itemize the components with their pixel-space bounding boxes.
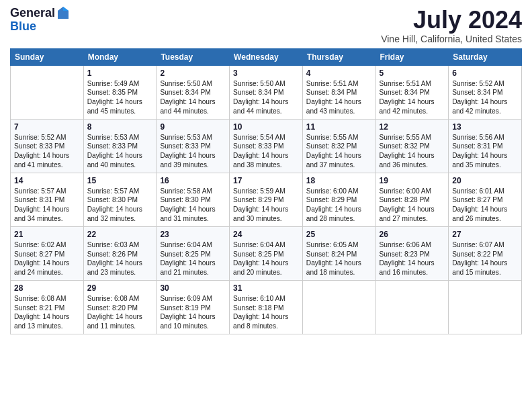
header-thursday: Thursday xyxy=(302,48,375,65)
cell-3-3: 24Sunrise: 6:04 AM Sunset: 8:25 PM Dayli… xyxy=(230,226,303,280)
day-num-1-4: 11 xyxy=(306,122,372,132)
cell-data-0-2: Sunrise: 5:50 AM Sunset: 8:34 PM Dayligh… xyxy=(160,79,226,116)
week-row-2: 14Sunrise: 5:57 AM Sunset: 8:31 PM Dayli… xyxy=(11,173,522,226)
day-num-1-5: 12 xyxy=(380,122,445,132)
day-num-3-2: 23 xyxy=(160,230,226,239)
cell-data-2-0: Sunrise: 5:57 AM Sunset: 8:31 PM Dayligh… xyxy=(14,187,80,224)
day-num-2-1: 15 xyxy=(87,176,153,185)
day-num-3-1: 22 xyxy=(87,230,153,239)
calendar: Sunday Monday Tuesday Wednesday Thursday… xyxy=(10,48,522,334)
cell-0-3: 3Sunrise: 5:50 AM Sunset: 8:34 PM Daylig… xyxy=(230,65,303,119)
cell-data-4-0: Sunrise: 6:08 AM Sunset: 8:21 PM Dayligh… xyxy=(14,294,80,331)
cell-1-2: 9Sunrise: 5:53 AM Sunset: 8:33 PM Daylig… xyxy=(157,119,230,173)
cell-4-4 xyxy=(302,280,375,334)
logo-blue: Blue xyxy=(10,20,70,34)
cell-4-3: 31Sunrise: 6:10 AM Sunset: 8:18 PM Dayli… xyxy=(230,280,303,334)
page: General Blue July 2024 Vine Hill, Califo… xyxy=(0,0,532,411)
cell-data-2-2: Sunrise: 5:58 AM Sunset: 8:30 PM Dayligh… xyxy=(160,187,226,224)
logo: General Blue xyxy=(10,7,70,34)
cell-1-0: 7Sunrise: 5:52 AM Sunset: 8:33 PM Daylig… xyxy=(11,119,84,173)
day-num-1-2: 9 xyxy=(160,122,226,132)
cell-data-2-5: Sunrise: 6:00 AM Sunset: 8:28 PM Dayligh… xyxy=(380,187,445,224)
day-num-0-5: 5 xyxy=(380,68,445,78)
day-num-2-6: 20 xyxy=(452,176,518,185)
cell-data-3-5: Sunrise: 6:06 AM Sunset: 8:23 PM Dayligh… xyxy=(380,240,445,277)
day-num-3-5: 26 xyxy=(380,230,445,239)
header-sunday: Sunday xyxy=(11,48,84,65)
cell-data-3-4: Sunrise: 6:05 AM Sunset: 8:24 PM Dayligh… xyxy=(306,240,372,277)
cell-2-1: 15Sunrise: 5:57 AM Sunset: 8:30 PM Dayli… xyxy=(83,173,157,226)
cell-1-1: 8Sunrise: 5:53 AM Sunset: 8:33 PM Daylig… xyxy=(83,119,157,173)
cell-2-0: 14Sunrise: 5:57 AM Sunset: 8:31 PM Dayli… xyxy=(11,173,84,226)
header-monday: Monday xyxy=(83,48,157,65)
cell-data-2-6: Sunrise: 6:01 AM Sunset: 8:27 PM Dayligh… xyxy=(452,187,518,224)
cell-data-3-6: Sunrise: 6:07 AM Sunset: 8:22 PM Dayligh… xyxy=(452,240,518,277)
day-num-3-0: 21 xyxy=(14,230,80,239)
day-num-2-3: 17 xyxy=(233,176,299,185)
svg-marker-1 xyxy=(63,7,69,11)
cell-4-6 xyxy=(449,280,522,334)
cell-data-0-1: Sunrise: 5:49 AM Sunset: 8:35 PM Dayligh… xyxy=(87,79,153,116)
cell-data-4-1: Sunrise: 6:08 AM Sunset: 8:20 PM Dayligh… xyxy=(87,294,153,331)
cell-data-1-0: Sunrise: 5:52 AM Sunset: 8:33 PM Dayligh… xyxy=(14,133,80,170)
cell-data-4-3: Sunrise: 6:10 AM Sunset: 8:18 PM Dayligh… xyxy=(233,294,299,331)
cell-3-0: 21Sunrise: 6:02 AM Sunset: 8:27 PM Dayli… xyxy=(11,226,84,280)
cell-data-1-6: Sunrise: 5:56 AM Sunset: 8:31 PM Dayligh… xyxy=(452,133,518,170)
cell-4-5 xyxy=(375,280,449,334)
day-num-2-5: 19 xyxy=(380,176,445,185)
cell-3-5: 26Sunrise: 6:06 AM Sunset: 8:23 PM Dayli… xyxy=(375,226,449,280)
header-friday: Friday xyxy=(375,48,449,65)
cell-0-6: 6Sunrise: 5:52 AM Sunset: 8:34 PM Daylig… xyxy=(449,65,522,119)
cell-1-5: 12Sunrise: 5:55 AM Sunset: 8:32 PM Dayli… xyxy=(375,119,449,173)
week-row-1: 7Sunrise: 5:52 AM Sunset: 8:33 PM Daylig… xyxy=(11,119,522,173)
day-num-2-0: 14 xyxy=(14,176,80,185)
cell-data-0-4: Sunrise: 5:51 AM Sunset: 8:34 PM Dayligh… xyxy=(306,79,372,116)
header-saturday: Saturday xyxy=(449,48,522,65)
cell-0-0 xyxy=(11,65,84,119)
title-area: July 2024 Vine Hill, California, United … xyxy=(381,7,522,44)
cell-0-4: 4Sunrise: 5:51 AM Sunset: 8:34 PM Daylig… xyxy=(302,65,375,119)
day-num-4-0: 28 xyxy=(14,283,80,293)
cell-0-2: 2Sunrise: 5:50 AM Sunset: 8:34 PM Daylig… xyxy=(157,65,230,119)
day-num-3-6: 27 xyxy=(452,230,518,239)
logo-icon xyxy=(56,5,70,20)
header: General Blue July 2024 Vine Hill, Califo… xyxy=(10,7,522,44)
cell-4-0: 28Sunrise: 6:08 AM Sunset: 8:21 PM Dayli… xyxy=(11,280,84,334)
day-num-0-6: 6 xyxy=(452,68,518,78)
cell-2-3: 17Sunrise: 5:59 AM Sunset: 8:29 PM Dayli… xyxy=(230,173,303,226)
cell-2-4: 18Sunrise: 6:00 AM Sunset: 8:29 PM Dayli… xyxy=(302,173,375,226)
cell-3-2: 23Sunrise: 6:04 AM Sunset: 8:25 PM Dayli… xyxy=(157,226,230,280)
day-num-0-4: 4 xyxy=(306,68,372,78)
cell-4-2: 30Sunrise: 6:09 AM Sunset: 8:19 PM Dayli… xyxy=(157,280,230,334)
cell-3-6: 27Sunrise: 6:07 AM Sunset: 8:22 PM Dayli… xyxy=(449,226,522,280)
header-tuesday: Tuesday xyxy=(157,48,230,65)
header-wednesday: Wednesday xyxy=(230,48,303,65)
cell-data-0-5: Sunrise: 5:51 AM Sunset: 8:34 PM Dayligh… xyxy=(380,79,445,116)
main-title: July 2024 xyxy=(381,7,522,34)
cell-data-1-1: Sunrise: 5:53 AM Sunset: 8:33 PM Dayligh… xyxy=(87,133,153,170)
cell-4-1: 29Sunrise: 6:08 AM Sunset: 8:20 PM Dayli… xyxy=(83,280,157,334)
cell-0-5: 5Sunrise: 5:51 AM Sunset: 8:34 PM Daylig… xyxy=(375,65,449,119)
cell-data-2-4: Sunrise: 6:00 AM Sunset: 8:29 PM Dayligh… xyxy=(306,187,372,224)
day-num-4-1: 29 xyxy=(87,283,153,293)
cell-data-1-2: Sunrise: 5:53 AM Sunset: 8:33 PM Dayligh… xyxy=(160,133,226,170)
day-num-2-4: 18 xyxy=(306,176,372,185)
day-num-0-3: 3 xyxy=(233,68,299,78)
day-num-3-4: 25 xyxy=(306,230,372,239)
cell-data-3-1: Sunrise: 6:03 AM Sunset: 8:26 PM Dayligh… xyxy=(87,240,153,277)
day-num-2-2: 16 xyxy=(160,176,226,185)
cell-data-0-6: Sunrise: 5:52 AM Sunset: 8:34 PM Dayligh… xyxy=(452,79,518,116)
cell-2-2: 16Sunrise: 5:58 AM Sunset: 8:30 PM Dayli… xyxy=(157,173,230,226)
cell-1-6: 13Sunrise: 5:56 AM Sunset: 8:31 PM Dayli… xyxy=(449,119,522,173)
cell-2-6: 20Sunrise: 6:01 AM Sunset: 8:27 PM Dayli… xyxy=(449,173,522,226)
week-row-3: 21Sunrise: 6:02 AM Sunset: 8:27 PM Dayli… xyxy=(11,226,522,280)
logo-general: General xyxy=(10,7,55,20)
cell-1-4: 11Sunrise: 5:55 AM Sunset: 8:32 PM Dayli… xyxy=(302,119,375,173)
cell-3-1: 22Sunrise: 6:03 AM Sunset: 8:26 PM Dayli… xyxy=(83,226,157,280)
cell-data-2-1: Sunrise: 5:57 AM Sunset: 8:30 PM Dayligh… xyxy=(87,187,153,224)
day-num-1-0: 7 xyxy=(14,122,80,132)
subtitle: Vine Hill, California, United States xyxy=(381,34,522,44)
day-num-3-3: 24 xyxy=(233,230,299,239)
day-num-1-6: 13 xyxy=(452,122,518,132)
calendar-header-row: Sunday Monday Tuesday Wednesday Thursday… xyxy=(11,48,522,65)
